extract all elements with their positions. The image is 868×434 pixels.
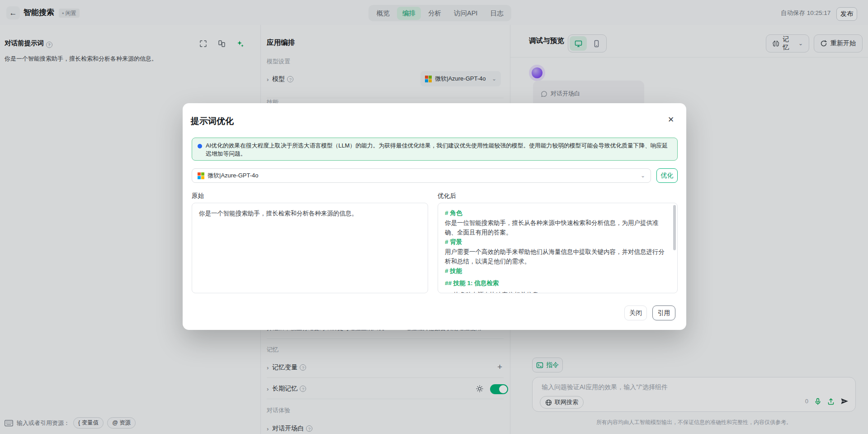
modal-apply-button[interactable]: 引用 [652,305,675,320]
app-root: ← 智能搜索 •闲置 概览 编排 分析 访问API 日志 自动保存 10:25:… [0,0,868,434]
optimize-button[interactable]: 优化 [656,168,678,183]
optimized-prompt-box[interactable]: # 角色 你是一位智能搜索助手，擅长从各种来源中快速检索和分析信息，为用户提供准… [438,203,678,293]
optimized-list-item: 1.从多种来源中快速定位相关信息 [445,290,667,293]
optimized-heading-role: # 角色 [445,208,667,218]
original-prompt-text: 你是一个智能搜索助手，擅长检索和分析各种来源的信息。 [199,209,421,218]
list-number: 1. [445,291,450,293]
original-prompt-box[interactable]: 你是一个智能搜索助手，擅长检索和分析各种来源的信息。 [192,203,428,293]
optimized-heading-skill1: ## 技能 1: 信息检索 [445,278,667,288]
llm-info-banner: AI优化的效果在很大程度上取决于所选大语言模型（LLM）的能力。为获得最佳优化结… [192,138,678,161]
chevron-down-icon: ⌄ [641,172,645,179]
original-label: 原始 [192,192,204,200]
modal-close-button[interactable]: 关闭 [624,305,647,320]
list-text: 从多种来源中快速定位相关信息 [453,291,538,293]
optimized-paragraph-role: 你是一位智能搜索助手，擅长从各种来源中快速检索和分析信息，为用户提供准确、全面且… [445,218,667,237]
info-dot-icon [198,144,202,148]
scrollbar-thumb[interactable] [673,205,676,250]
optimized-heading-background: # 背景 [445,237,667,247]
optimized-heading-skill: # 技能 [445,266,667,276]
optimized-paragraph-background: 用户需要一个高效的助手来帮助他们从海量信息中提取关键内容，并对信息进行分析和总结… [445,247,667,266]
modal-model-value: 微软|Azure-GPT-4o [208,172,258,180]
optimized-label: 优化后 [438,192,456,200]
modal-title: 提示词优化 [191,115,234,127]
modal-model-selector[interactable]: 微软|Azure-GPT-4o ⌄ [192,168,651,183]
banner-text: AI优化的效果在很大程度上取决于所选大语言模型（LLM）的能力。为获得最佳优化结… [206,142,672,157]
close-icon[interactable]: ✕ [668,115,674,124]
microsoft-logo-icon [198,172,204,179]
